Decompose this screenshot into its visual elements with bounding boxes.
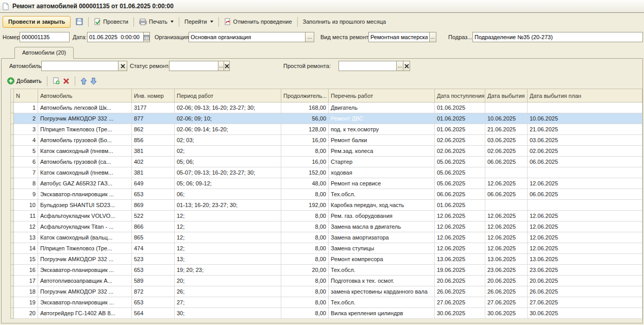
cell-duration[interactable]: 128,00 xyxy=(281,124,329,135)
cell-date_out[interactable]: 26.06.2025 xyxy=(485,286,528,297)
cell-date_in[interactable]: 12.06.2025 xyxy=(435,243,485,254)
cell-n[interactable]: 13 xyxy=(14,232,38,243)
column-header-period[interactable]: Период работ xyxy=(175,89,281,102)
cell-duration[interactable]: 20,00 xyxy=(281,265,329,276)
cell-date_out[interactable]: 06.06.2025 xyxy=(485,157,528,167)
table-row[interactable]: 3П/прицеп Тяжеловоз (Тре...86202-06; 09-… xyxy=(11,124,642,135)
cell-inv[interactable]: 653 xyxy=(132,189,175,200)
cell-n[interactable]: 11 xyxy=(14,211,38,221)
table-row[interactable]: 12Асфальтоукладчик Titan - ...86612;8,00… xyxy=(11,221,642,232)
cell-auto[interactable]: Асфальтоукладчик VOLVO... xyxy=(38,211,132,221)
date-field[interactable] xyxy=(87,32,150,42)
table-row[interactable]: 17Автотопливозаправщик А...58920;8,00Под… xyxy=(11,276,642,286)
cell-auto[interactable]: Погрузчик АМКОДОР 332 ... xyxy=(38,113,132,124)
cell-works[interactable]: замена крестовины карданного вала xyxy=(329,286,435,297)
cell-n[interactable]: 5 xyxy=(14,146,38,157)
cell-duration[interactable]: 8,00 xyxy=(281,276,329,286)
cell-duration[interactable]: 16,00 xyxy=(281,135,329,146)
cell-works[interactable]: Ремонт компресора xyxy=(329,254,435,265)
column-header-duration[interactable]: Продолжитель... xyxy=(281,89,329,102)
organization-lookup-button[interactable]: ... xyxy=(306,32,314,42)
cell-auto[interactable]: Каток самоходный (вальц... xyxy=(38,232,132,243)
cell-date_plan[interactable] xyxy=(528,167,642,178)
cell-period[interactable]: 20; xyxy=(175,276,281,286)
cell-inv[interactable]: 865 xyxy=(132,232,175,243)
cell-inv[interactable]: 866 xyxy=(132,221,175,232)
cell-date_out[interactable]: 12.06.2025 xyxy=(485,221,528,232)
delete-row-button[interactable] xyxy=(63,78,70,84)
cell-date_out[interactable]: 12.06.2025 xyxy=(485,232,528,243)
cell-inv[interactable]: 653 xyxy=(132,265,175,276)
cell-date_out[interactable]: 27.06.2025 xyxy=(485,297,528,308)
cell-date_out[interactable]: 12.06.2025 xyxy=(485,243,528,254)
cell-date_plan[interactable]: 26.06.2025 xyxy=(528,286,642,297)
idle-filter-clear-button[interactable] xyxy=(403,61,410,71)
cell-date_in[interactable]: 01.06.2025 xyxy=(435,124,485,135)
cell-date_in[interactable]: 30.06.2025 xyxy=(435,308,485,319)
cell-works[interactable]: Стартер xyxy=(329,157,435,167)
print-button[interactable]: Печать xyxy=(136,16,177,28)
cell-inv[interactable]: 877 xyxy=(132,113,175,124)
cell-works[interactable]: Каробка передач, ход.часть xyxy=(329,200,435,211)
table-row[interactable]: 8Автобус GAZ A65R32 ГАЗ...64905; 06; 09-… xyxy=(11,178,642,189)
cell-auto[interactable]: Экскаватор-планировщик ... xyxy=(38,265,132,276)
cell-duration[interactable]: 8,00 xyxy=(281,189,329,200)
cell-auto[interactable]: Погрузчик АМКОДОР 332 ... xyxy=(38,286,132,297)
cell-inv[interactable]: 402 xyxy=(132,157,175,167)
organization-input[interactable] xyxy=(189,32,306,42)
cell-date_in[interactable]: 20.06.2025 xyxy=(435,276,485,286)
subdivision-field[interactable] xyxy=(472,32,643,42)
cell-auto[interactable]: Экскаватор-планировщик ... xyxy=(38,189,132,200)
column-header-works[interactable]: Перечень работ xyxy=(329,89,435,102)
cell-works[interactable]: ходовая xyxy=(329,167,435,178)
repair-place-input[interactable] xyxy=(368,32,430,42)
tab-avtomobili[interactable]: Автомобили (20) xyxy=(14,47,74,59)
cell-auto[interactable]: П/прицеп Тяжеловоз (Тре... xyxy=(38,243,132,254)
cell-duration[interactable]: 8,00 xyxy=(281,211,329,221)
cell-date_plan[interactable] xyxy=(528,200,642,211)
cell-period[interactable]: 26; xyxy=(175,286,281,297)
cell-n[interactable]: 12 xyxy=(14,221,38,232)
cell-inv[interactable]: 474 xyxy=(132,243,175,254)
cell-date_plan[interactable]: 12.06.2025 xyxy=(528,232,642,243)
cell-duration[interactable]: 8,00 xyxy=(281,286,329,297)
cell-inv[interactable]: 653 xyxy=(132,297,175,308)
cell-period[interactable]: 05-07; 09-13; 16-20; 23-27; 30; xyxy=(175,167,281,178)
cell-auto[interactable]: Автобус GAZ A65R32 ГАЗ... xyxy=(38,178,132,189)
calendar-button[interactable] xyxy=(144,32,150,42)
cell-auto[interactable]: Погрузчик АМКОДОР 332 ... xyxy=(38,254,132,265)
cell-date_in[interactable]: 27.06.2025 xyxy=(435,297,485,308)
cell-date_plan[interactable]: 21.06.2025 xyxy=(528,124,642,135)
cell-date_in[interactable]: 01.06.2025 xyxy=(435,102,485,113)
cell-works[interactable]: Вилка крепления цилиндрв xyxy=(329,308,435,319)
goto-button[interactable]: Перейти xyxy=(181,16,216,28)
cell-date_plan[interactable]: 27.06.2025 xyxy=(528,297,642,308)
table-row[interactable]: 20Автогрейдер ГС-1402 АВ 8...56430;8,00В… xyxy=(11,308,642,319)
cell-date_in[interactable]: 05.06.2025 xyxy=(435,167,485,178)
undo-post-button[interactable]: Отменить проведение xyxy=(221,16,295,28)
cell-auto[interactable]: Экскаватор-планировщик ... xyxy=(38,297,132,308)
idle-filter-input[interactable] xyxy=(338,61,397,71)
cell-date_plan[interactable]: 06.06.2025 xyxy=(528,157,642,167)
cell-inv[interactable]: 862 xyxy=(132,124,175,135)
cell-n[interactable]: 18 xyxy=(14,286,38,297)
cell-date_in[interactable]: 01.06.2025 xyxy=(435,113,485,124)
table-row[interactable]: 16Экскаватор-планировщик ...65319; 20; 2… xyxy=(11,265,642,276)
cell-date_plan[interactable]: 06.06.2025 xyxy=(528,189,642,200)
cell-works[interactable]: Тех.обсл. xyxy=(329,297,435,308)
cell-period[interactable]: 30; xyxy=(175,308,281,319)
cell-period[interactable]: 02; 03; xyxy=(175,135,281,146)
cell-n[interactable]: 15 xyxy=(14,254,38,265)
cell-date_plan[interactable]: 12.06.2025 xyxy=(528,178,642,189)
status-filter-field[interactable]: ... xyxy=(169,61,230,71)
post-and-close-button[interactable]: Провести и закрыть xyxy=(3,16,71,28)
cell-date_plan[interactable]: 13.06.2025 xyxy=(528,254,642,265)
vehicle-filter-input[interactable] xyxy=(41,61,118,71)
cell-date_out[interactable]: 23.06.2025 xyxy=(485,265,528,276)
cell-works[interactable]: Замена ступицы xyxy=(329,243,435,254)
idle-filter-lookup-button[interactable]: ... xyxy=(397,61,403,71)
cell-date_plan[interactable]: 10.06.2025 xyxy=(528,113,642,124)
status-filter-input[interactable] xyxy=(169,61,218,71)
cell-period[interactable]: 02; xyxy=(175,146,281,157)
cell-auto[interactable]: Асфальтоукладчик Titan - ... xyxy=(38,221,132,232)
